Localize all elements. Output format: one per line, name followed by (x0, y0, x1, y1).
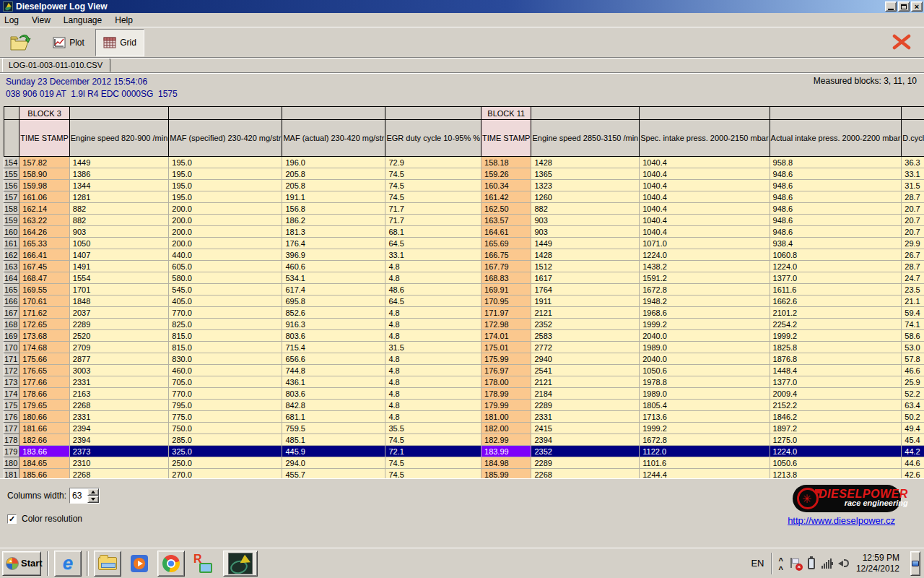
table-cell[interactable]: 64.5 (385, 296, 481, 307)
table-cell[interactable]: 2289 (531, 457, 640, 469)
table-row[interactable]: 155158.901386195.0205.874.5159.261365104… (4, 168, 924, 180)
plot-view-button[interactable]: Plot (48, 30, 90, 55)
table-cell[interactable]: 830.0 (169, 353, 282, 365)
file-explorer-launcher[interactable] (94, 551, 121, 577)
remote-app-launcher[interactable]: R (189, 551, 217, 577)
table-cell[interactable]: 916.3 (282, 319, 385, 330)
table-cell[interactable]: 4.8 (385, 307, 481, 319)
table-cell[interactable]: 1968.6 (640, 307, 770, 319)
spinner-down-button[interactable] (87, 496, 99, 503)
table-cell[interactable]: 1224.0 (770, 446, 902, 457)
table-cell[interactable]: 71.7 (385, 215, 481, 226)
show-desktop-button[interactable] (910, 551, 920, 576)
table-cell[interactable]: 1040.4 (640, 215, 770, 226)
table-cell[interactable]: 460.6 (282, 261, 385, 272)
table-row[interactable]: 180184.652310250.0294.074.5184.982289110… (4, 457, 924, 469)
table-cell[interactable]: 1377.0 (770, 376, 902, 388)
row-number-header[interactable]: 157 (4, 191, 19, 203)
table-cell[interactable]: 948.6 (770, 191, 902, 203)
table-cell[interactable]: 1617 (531, 272, 640, 284)
table-cell[interactable]: 72.1 (385, 446, 481, 457)
table-cell[interactable]: 1428 (531, 249, 640, 261)
table-cell[interactable]: 74.1 (902, 319, 924, 330)
table-cell[interactable]: 163.22 (19, 215, 69, 226)
row-number-header[interactable]: 180 (4, 457, 19, 469)
table-cell[interactable]: 200.0 (169, 203, 282, 215)
table-cell[interactable]: 903 (69, 226, 169, 238)
dieselpower-link[interactable]: http://www.dieselpower.cz (788, 515, 895, 526)
taskbar-clock[interactable]: 12:59 PM 12/24/2012 (856, 553, 899, 574)
table-cell[interactable]: 1224.0 (770, 261, 902, 272)
table-cell[interactable]: 58.6 (902, 330, 924, 342)
row-number-header[interactable]: 176 (4, 411, 19, 423)
show-hidden-icons-chevron[interactable]: ^^ (779, 556, 783, 574)
table-row[interactable]: 163167.451491605.0460.64.8167.7915121438… (4, 261, 924, 272)
table-cell[interactable]: 1846.2 (770, 411, 902, 423)
table-cell[interactable]: 179.65 (19, 400, 69, 411)
table-cell[interactable]: 176.65 (19, 365, 69, 376)
table-cell[interactable]: 705.0 (169, 376, 282, 388)
table-cell[interactable]: 1978.8 (640, 376, 770, 388)
table-cell[interactable]: 74.5 (385, 168, 481, 180)
table-cell[interactable]: 2152.2 (770, 400, 902, 411)
table-cell[interactable]: 48.6 (385, 284, 481, 296)
table-cell[interactable]: 1449 (531, 238, 640, 249)
table-row[interactable]: 167171.622037770.0852.64.8171.9721211968… (4, 307, 924, 319)
table-cell[interactable]: 20.7 (902, 215, 924, 226)
table-cell[interactable]: 74.5 (385, 191, 481, 203)
table-cell[interactable]: 45.4 (902, 434, 924, 446)
table-cell[interactable]: 1071.0 (640, 238, 770, 249)
table-cell[interactable]: 162.50 (481, 203, 531, 215)
table-cell[interactable]: 57.8 (902, 353, 924, 365)
table-row[interactable]: 158162.14882200.0156.871.7162.508821040.… (4, 203, 924, 215)
table-cell[interactable]: 4.8 (385, 411, 481, 423)
table-cell[interactable]: 161.42 (481, 191, 531, 203)
table-cell[interactable]: 176.97 (481, 365, 531, 376)
table-cell[interactable]: 28.7 (902, 191, 924, 203)
table-cell[interactable]: 185.66 (19, 469, 69, 479)
table-cell[interactable]: 157.82 (19, 157, 69, 168)
table-cell[interactable]: 445.9 (282, 446, 385, 457)
table-cell[interactable]: 770.0 (169, 388, 282, 400)
table-cell[interactable]: 815.0 (169, 330, 282, 342)
table-cell[interactable]: 1365 (531, 168, 640, 180)
row-number-header[interactable]: 154 (4, 157, 19, 168)
media-player-launcher[interactable] (126, 551, 153, 577)
table-cell[interactable]: 1281 (69, 191, 169, 203)
table-cell[interactable]: 1989.0 (640, 388, 770, 400)
table-cell[interactable]: 178.00 (481, 376, 531, 388)
table-cell[interactable]: 182.66 (19, 434, 69, 446)
table-cell[interactable]: 167.45 (19, 261, 69, 272)
table-cell[interactable]: 4.8 (385, 388, 481, 400)
row-number-header[interactable]: 161 (4, 238, 19, 249)
table-cell[interactable]: 1377.0 (770, 272, 902, 284)
table-cell[interactable]: 903 (531, 226, 640, 238)
table-cell[interactable]: 285.0 (169, 434, 282, 446)
table-cell[interactable]: 169.55 (19, 284, 69, 296)
table-cell[interactable]: 170.95 (481, 296, 531, 307)
table-cell[interactable]: 53.0 (902, 342, 924, 353)
table-cell[interactable]: 4.8 (385, 365, 481, 376)
table-cell[interactable]: 172.65 (19, 319, 69, 330)
table-cell[interactable]: 26.7 (902, 249, 924, 261)
table-row[interactable]: 168172.652289825.0916.34.8172.9823521999… (4, 319, 924, 330)
table-cell[interactable]: 31.5 (902, 180, 924, 191)
table-cell[interactable]: 2121 (531, 376, 640, 388)
row-number-header[interactable]: 160 (4, 226, 19, 238)
table-cell[interactable]: 759.5 (282, 423, 385, 434)
table-cell[interactable]: 485.1 (282, 434, 385, 446)
row-number-header[interactable]: 175 (4, 400, 19, 411)
table-cell[interactable]: 852.6 (282, 307, 385, 319)
table-cell[interactable]: 1428 (531, 157, 640, 168)
table-row[interactable]: 156159.981344195.0205.874.5160.341323104… (4, 180, 924, 191)
table-cell[interactable]: 436.1 (282, 376, 385, 388)
table-cell[interactable]: 2101.2 (770, 307, 902, 319)
table-cell[interactable]: 74.5 (385, 457, 481, 469)
table-cell[interactable]: 74.5 (385, 434, 481, 446)
table-cell[interactable]: 64.5 (385, 238, 481, 249)
table-cell[interactable]: 167.79 (481, 261, 531, 272)
network-signal-icon[interactable] (821, 558, 832, 569)
table-cell[interactable]: 4.8 (385, 353, 481, 365)
table-cell[interactable]: 181.66 (19, 423, 69, 434)
table-cell[interactable]: 294.0 (282, 457, 385, 469)
